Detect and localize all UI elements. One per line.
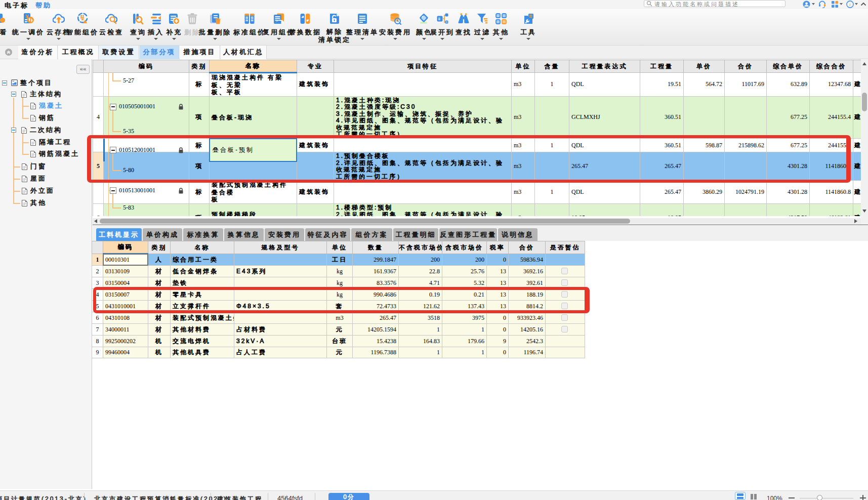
svg-text:i: i [849, 2, 851, 7]
